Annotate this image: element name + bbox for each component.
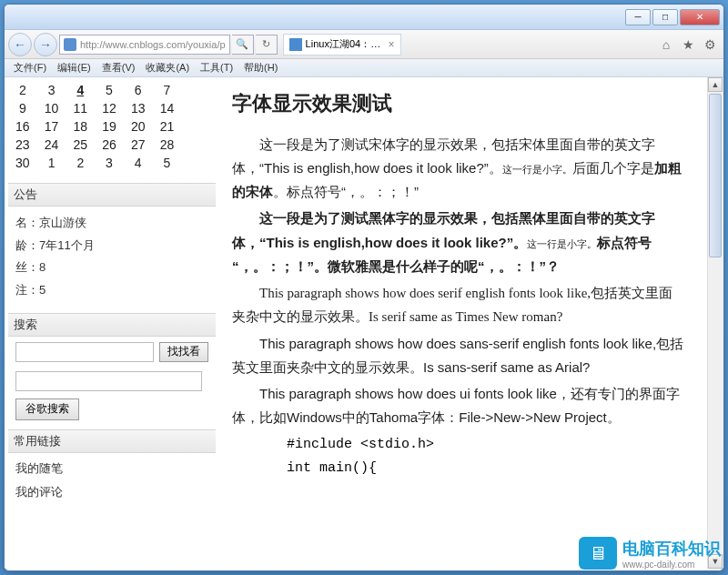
menu-file[interactable]: 文件(F) bbox=[8, 61, 52, 75]
scroll-thumb[interactable] bbox=[709, 94, 722, 257]
menu-view[interactable]: 查看(V) bbox=[96, 61, 141, 75]
menu-edit[interactable]: 编辑(E) bbox=[52, 61, 96, 75]
tab-title: Linux江湖04：Linux桌面系... bbox=[306, 37, 383, 51]
settings-icon[interactable]: ⚙ bbox=[702, 36, 718, 53]
calendar-day[interactable]: 4 bbox=[127, 156, 149, 170]
calendar-day[interactable]: 11 bbox=[69, 101, 91, 116]
announce-line: 龄：7年11个月 bbox=[15, 235, 208, 257]
calendar-day[interactable]: 19 bbox=[98, 119, 120, 134]
code-line-1: #include <stdio.h> bbox=[232, 433, 685, 457]
google-search-input[interactable] bbox=[15, 371, 202, 391]
close-button[interactable]: ✕ bbox=[680, 9, 720, 25]
announce-line: 名：京山游侠 bbox=[15, 212, 208, 235]
calendar-day[interactable]: 9 bbox=[12, 101, 34, 116]
search-input[interactable] bbox=[15, 342, 154, 362]
calendar-day[interactable]: 10 bbox=[41, 101, 63, 116]
content-area: 2345679101112131416171819202123242526272… bbox=[5, 77, 723, 569]
browser-window: ─ □ ✕ ← → http://www.cnblogs.com/youxia/… bbox=[4, 4, 724, 571]
watermark-icon: 🖥 bbox=[579, 537, 617, 570]
calendar-day[interactable]: 2 bbox=[12, 83, 34, 97]
calendar: 2345679101112131416171819202123242526272… bbox=[8, 81, 216, 177]
watermark-url: www.pc-daily.com bbox=[622, 560, 721, 570]
menu-favorites[interactable]: 收藏夹(A) bbox=[140, 61, 195, 75]
calendar-day[interactable]: 18 bbox=[69, 119, 91, 134]
calendar-day[interactable] bbox=[185, 119, 207, 134]
home-icon[interactable]: ⌂ bbox=[658, 36, 674, 53]
calendar-day[interactable]: 12 bbox=[98, 101, 120, 116]
calendar-day[interactable]: 5 bbox=[157, 156, 178, 170]
calendar-day[interactable]: 28 bbox=[157, 137, 178, 152]
calendar-day[interactable]: 27 bbox=[127, 137, 149, 152]
refresh-icon[interactable]: ↻ bbox=[256, 35, 278, 55]
announce-header: 公告 bbox=[8, 183, 216, 207]
address-bar[interactable]: http://www.cnblogs.com/youxia/p bbox=[59, 35, 230, 55]
announce-body: 名：京山游侠龄：7年11个月丝：8注：5 bbox=[8, 207, 216, 308]
links-header: 常用链接 bbox=[8, 429, 216, 453]
sidebar: 2345679101112131416171819202123242526272… bbox=[5, 77, 216, 569]
calendar-day[interactable]: 6 bbox=[127, 83, 149, 97]
watermark: 🖥 电脑百科知识 www.pc-daily.com bbox=[579, 537, 721, 570]
titlebar: ─ □ ✕ bbox=[5, 5, 723, 30]
sidebar-link[interactable]: 我的评论 bbox=[15, 480, 208, 504]
calendar-day[interactable] bbox=[185, 137, 207, 152]
calendar-day[interactable]: 30 bbox=[12, 156, 34, 170]
calendar-day[interactable] bbox=[185, 156, 207, 170]
calendar-day[interactable]: 17 bbox=[41, 119, 63, 134]
calendar-day[interactable] bbox=[185, 83, 207, 97]
scroll-up-button[interactable]: ▲ bbox=[708, 77, 723, 92]
paragraph-2: 这一段是为了测试黑体字的显示效果，包括黑体里面自带的英文字体，“This is … bbox=[232, 207, 685, 278]
calendar-day[interactable]: 23 bbox=[12, 137, 34, 152]
menubar: 文件(F) 编辑(E) 查看(V) 收藏夹(A) 工具(T) 帮助(H) bbox=[5, 59, 723, 77]
toolbar: ← → http://www.cnblogs.com/youxia/p 🔍 ↻ … bbox=[5, 30, 723, 59]
calendar-day[interactable]: 1 bbox=[41, 156, 63, 170]
calendar-day[interactable]: 26 bbox=[98, 137, 120, 152]
url-text: http://www.cnblogs.com/youxia/p bbox=[80, 39, 226, 50]
code-line-2: int main(){ bbox=[232, 457, 685, 480]
google-search-button[interactable]: 谷歌搜索 bbox=[15, 398, 79, 420]
back-button[interactable]: ← bbox=[8, 33, 32, 56]
maximize-button[interactable]: □ bbox=[652, 9, 678, 25]
calendar-day[interactable]: 21 bbox=[157, 119, 178, 134]
tab-active[interactable]: Linux江湖04：Linux桌面系... × bbox=[283, 34, 401, 55]
menu-tools[interactable]: 工具(T) bbox=[195, 61, 238, 75]
calendar-day[interactable]: 20 bbox=[127, 119, 149, 134]
favorites-icon[interactable]: ★ bbox=[680, 36, 696, 53]
search-header: 搜索 bbox=[8, 313, 216, 337]
vertical-scrollbar[interactable]: ▲ ▼ bbox=[707, 77, 723, 569]
tab-favicon bbox=[289, 38, 302, 51]
announce-line: 丝：8 bbox=[15, 257, 208, 279]
calendar-day[interactable]: 5 bbox=[98, 83, 120, 97]
forward-button[interactable]: → bbox=[34, 33, 57, 56]
calendar-day[interactable]: 2 bbox=[69, 156, 91, 170]
menu-help[interactable]: 帮助(H) bbox=[238, 61, 283, 75]
search-button[interactable]: 找找看 bbox=[159, 342, 208, 362]
links-list: 我的随笔我的评论 bbox=[8, 453, 216, 508]
window-controls: ─ □ ✕ bbox=[625, 9, 720, 25]
calendar-day[interactable]: 24 bbox=[41, 137, 63, 152]
search-icon[interactable]: 🔍 bbox=[232, 35, 254, 55]
calendar-day[interactable]: 7 bbox=[157, 83, 178, 97]
calendar-day[interactable]: 3 bbox=[98, 156, 120, 170]
article-title: 字体显示效果测试 bbox=[232, 86, 685, 122]
article-main: 字体显示效果测试 这一段是为了测试宋体字的显示效果，包括宋体里面自带的英文字体，… bbox=[216, 77, 707, 569]
sidebar-link[interactable]: 我的随笔 bbox=[15, 457, 208, 480]
calendar-day[interactable]: 14 bbox=[157, 101, 178, 116]
announce-line: 注：5 bbox=[15, 279, 208, 302]
calendar-day[interactable]: 16 bbox=[12, 119, 34, 134]
calendar-day[interactable]: 3 bbox=[41, 83, 63, 97]
calendar-day[interactable]: 4 bbox=[69, 83, 91, 97]
tab-close-icon[interactable]: × bbox=[389, 38, 395, 51]
site-icon bbox=[64, 38, 76, 51]
calendar-day[interactable] bbox=[185, 101, 207, 116]
paragraph-5: This paragraph shows how does ui fonts l… bbox=[232, 382, 685, 430]
minimize-button[interactable]: ─ bbox=[625, 9, 651, 25]
calendar-day[interactable]: 25 bbox=[69, 137, 91, 152]
paragraph-1: 这一段是为了测试宋体字的显示效果，包括宋体里面自带的英文字体，“This is … bbox=[232, 133, 685, 205]
watermark-title: 电脑百科知识 bbox=[622, 538, 721, 560]
paragraph-4: This paragraph shows how does sans-serif… bbox=[232, 332, 685, 380]
paragraph-3: This paragraph shows how does serif engl… bbox=[232, 281, 685, 329]
calendar-day[interactable]: 13 bbox=[127, 101, 149, 116]
